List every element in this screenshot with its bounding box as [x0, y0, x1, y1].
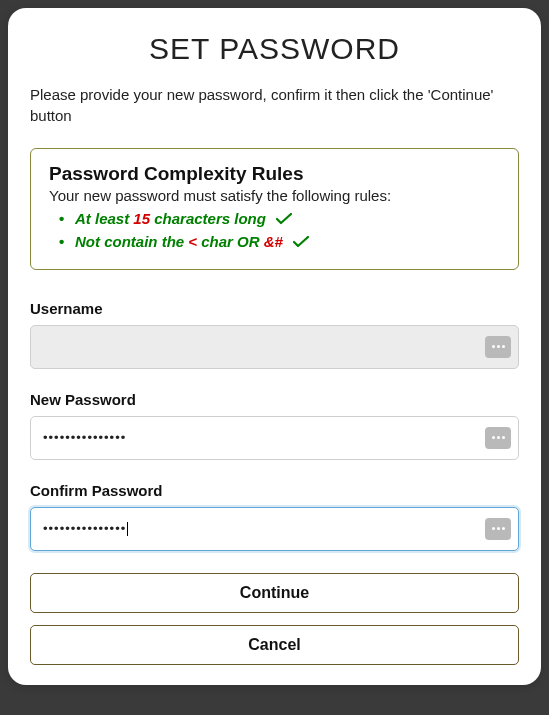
rule-forbidden-chars: Not contain the < char OR &# — [75, 231, 500, 254]
rule2-char1: < — [188, 233, 197, 250]
ellipsis-icon[interactable] — [485, 427, 511, 449]
rule1-suffix: characters long — [150, 210, 266, 227]
confirm-password-input[interactable]: ••••••••••••••• — [30, 507, 519, 551]
new-password-mask: ••••••••••••••• — [43, 430, 126, 445]
rule1-prefix: At least — [75, 210, 133, 227]
rule1-number: 15 — [133, 210, 150, 227]
instruction-text: Please provide your new password, confir… — [30, 84, 519, 126]
new-password-input[interactable]: ••••••••••••••• — [30, 416, 519, 460]
page-title: SET PASSWORD — [30, 32, 519, 66]
cancel-button[interactable]: Cancel — [30, 625, 519, 665]
new-password-group: New Password ••••••••••••••• — [30, 391, 519, 460]
rules-heading: Password Complexity Rules — [49, 163, 500, 185]
text-caret-icon — [127, 522, 128, 536]
username-label: Username — [30, 300, 519, 317]
rules-subheading: Your new password must satisfy the follo… — [49, 187, 500, 204]
check-icon — [293, 232, 309, 255]
check-icon — [276, 209, 292, 232]
new-password-label: New Password — [30, 391, 519, 408]
username-input-wrap — [30, 325, 519, 369]
new-password-input-wrap: ••••••••••••••• — [30, 416, 519, 460]
rule2-mid: char OR — [197, 233, 264, 250]
rule2-prefix: Not contain the — [75, 233, 188, 250]
ellipsis-icon[interactable] — [485, 336, 511, 358]
rules-list: At least 15 characters long Not contain … — [49, 208, 500, 255]
confirm-password-group: Confirm Password ••••••••••••••• — [30, 482, 519, 551]
confirm-password-mask: ••••••••••••••• — [43, 521, 126, 536]
confirm-password-input-wrap: ••••••••••••••• — [30, 507, 519, 551]
confirm-password-label: Confirm Password — [30, 482, 519, 499]
set-password-card: SET PASSWORD Please provide your new pas… — [8, 8, 541, 685]
username-input[interactable] — [30, 325, 519, 369]
continue-button[interactable]: Continue — [30, 573, 519, 613]
ellipsis-icon[interactable] — [485, 518, 511, 540]
password-rules-box: Password Complexity Rules Your new passw… — [30, 148, 519, 270]
username-group: Username — [30, 300, 519, 369]
rule-min-length: At least 15 characters long — [75, 208, 500, 231]
rule2-char2: &# — [264, 233, 283, 250]
